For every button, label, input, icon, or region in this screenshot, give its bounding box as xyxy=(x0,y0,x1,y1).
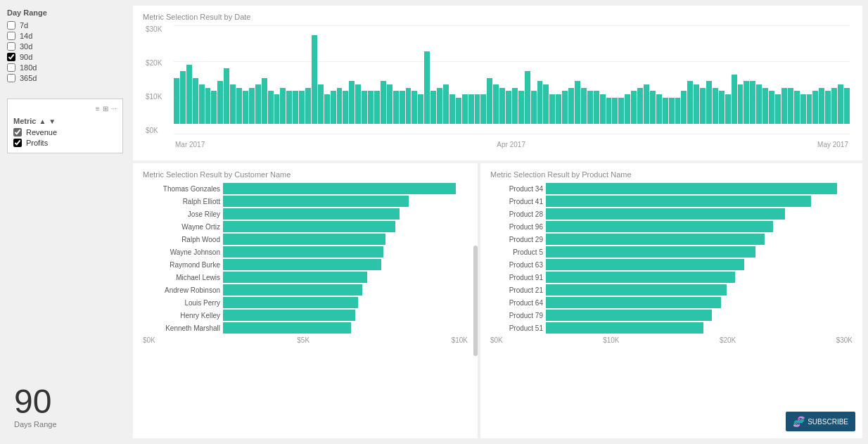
customer-bar-6[interactable] xyxy=(223,259,381,270)
date-bar-89[interactable] xyxy=(732,75,737,124)
date-bar-92[interactable] xyxy=(750,81,755,124)
date-bar-44[interactable] xyxy=(449,94,455,124)
date-bar-2[interactable] xyxy=(186,65,192,124)
product-bar-5[interactable] xyxy=(546,246,755,258)
date-bar-3[interactable] xyxy=(193,78,198,124)
customer-bar-5[interactable] xyxy=(223,246,383,258)
date-bar-69[interactable] xyxy=(606,98,612,124)
metric-option-revenue[interactable]: Revenue xyxy=(13,128,117,137)
date-bar-70[interactable] xyxy=(612,98,618,124)
date-bar-55[interactable] xyxy=(518,91,524,124)
date-bar-8[interactable] xyxy=(224,68,229,124)
date-bar-52[interactable] xyxy=(499,88,505,124)
date-bar-21[interactable] xyxy=(305,88,311,124)
date-bar-46[interactable] xyxy=(462,94,468,124)
product-bar-1[interactable] xyxy=(546,196,811,207)
date-bar-102[interactable] xyxy=(812,91,818,124)
day-range-7d[interactable]: 7d xyxy=(7,21,123,30)
customer-bar-10[interactable] xyxy=(223,310,355,321)
subscribe-button[interactable]: 🧬 SUBSCRIBE xyxy=(786,412,855,431)
date-bar-72[interactable] xyxy=(625,94,630,124)
date-bar-33[interactable] xyxy=(381,81,386,124)
date-bar-59[interactable] xyxy=(543,84,549,124)
date-bar-38[interactable] xyxy=(411,91,417,124)
date-bar-79[interactable] xyxy=(669,98,675,124)
toolbar-lines-icon[interactable]: ≡ xyxy=(96,105,100,113)
date-bar-36[interactable] xyxy=(400,91,405,124)
date-bar-0[interactable] xyxy=(174,78,179,124)
product-bar-9[interactable] xyxy=(546,297,721,308)
date-bar-99[interactable] xyxy=(794,91,800,124)
date-bar-7[interactable] xyxy=(217,81,223,124)
date-bar-77[interactable] xyxy=(656,94,662,124)
toolbar-more-icon[interactable]: ··· xyxy=(111,105,117,113)
date-bar-84[interactable] xyxy=(700,88,706,124)
date-bar-30[interactable] xyxy=(362,91,367,124)
date-bar-58[interactable] xyxy=(537,81,543,124)
customer-bar-7[interactable] xyxy=(223,272,367,283)
date-bar-95[interactable] xyxy=(769,91,774,124)
product-bar-6[interactable] xyxy=(546,259,744,270)
date-bar-50[interactable] xyxy=(487,78,492,124)
date-bar-65[interactable] xyxy=(581,88,587,124)
date-bar-75[interactable] xyxy=(644,84,649,124)
date-bar-45[interactable] xyxy=(456,98,461,124)
date-bar-39[interactable] xyxy=(418,94,423,124)
date-bar-74[interactable] xyxy=(637,88,643,124)
date-bar-76[interactable] xyxy=(650,91,656,124)
date-bar-47[interactable] xyxy=(468,94,474,124)
date-bar-35[interactable] xyxy=(393,91,399,124)
customer-bar-9[interactable] xyxy=(223,297,358,308)
date-bar-106[interactable] xyxy=(838,84,843,124)
date-bar-26[interactable] xyxy=(337,88,343,124)
day-range-90d[interactable]: 90d xyxy=(7,53,123,61)
date-bar-97[interactable] xyxy=(781,88,787,124)
date-bar-82[interactable] xyxy=(687,81,693,124)
customer-bar-8[interactable] xyxy=(223,284,362,296)
date-bar-103[interactable] xyxy=(819,88,824,124)
date-bar-67[interactable] xyxy=(594,91,599,124)
date-bar-80[interactable] xyxy=(675,98,681,124)
product-bar-11[interactable] xyxy=(546,322,703,334)
date-bar-98[interactable] xyxy=(788,88,793,124)
customer-bar-4[interactable] xyxy=(223,234,385,245)
date-bar-94[interactable] xyxy=(762,88,768,124)
day-range-180d[interactable]: 180d xyxy=(7,63,123,72)
date-bar-63[interactable] xyxy=(568,88,574,124)
date-bar-1[interactable] xyxy=(180,71,186,124)
date-bar-53[interactable] xyxy=(506,91,511,124)
date-bar-49[interactable] xyxy=(480,94,486,124)
date-bar-5[interactable] xyxy=(205,88,211,124)
product-bar-2[interactable] xyxy=(546,208,785,220)
date-bar-104[interactable] xyxy=(825,91,831,124)
date-bar-13[interactable] xyxy=(255,84,261,124)
date-bar-6[interactable] xyxy=(211,91,217,124)
date-bar-22[interactable] xyxy=(312,35,317,124)
date-bar-34[interactable] xyxy=(387,84,392,124)
date-bar-18[interactable] xyxy=(286,91,292,124)
sort-up-icon[interactable]: ▲ xyxy=(39,118,46,125)
day-range-30d[interactable]: 30d xyxy=(7,42,123,51)
date-bar-90[interactable] xyxy=(738,84,743,124)
date-bar-64[interactable] xyxy=(575,81,580,124)
day-range-14d[interactable]: 14d xyxy=(7,32,123,40)
date-bar-10[interactable] xyxy=(236,88,242,124)
date-bar-60[interactable] xyxy=(549,94,555,124)
customer-bar-3[interactable] xyxy=(223,221,395,232)
date-bar-27[interactable] xyxy=(343,91,348,124)
date-bar-83[interactable] xyxy=(694,84,699,124)
customer-bar-0[interactable] xyxy=(223,183,456,194)
date-bar-105[interactable] xyxy=(831,88,837,124)
date-bar-24[interactable] xyxy=(324,94,330,124)
date-bar-17[interactable] xyxy=(280,88,286,124)
date-bar-28[interactable] xyxy=(349,81,355,124)
product-bar-7[interactable] xyxy=(546,272,735,283)
date-bar-32[interactable] xyxy=(374,91,380,124)
customer-bar-2[interactable] xyxy=(223,208,400,220)
date-bar-91[interactable] xyxy=(743,81,749,124)
customer-bar-11[interactable] xyxy=(223,322,351,334)
date-bar-88[interactable] xyxy=(725,94,731,124)
date-bar-14[interactable] xyxy=(262,78,267,124)
product-bar-10[interactable] xyxy=(546,310,712,321)
date-bar-23[interactable] xyxy=(318,84,324,124)
